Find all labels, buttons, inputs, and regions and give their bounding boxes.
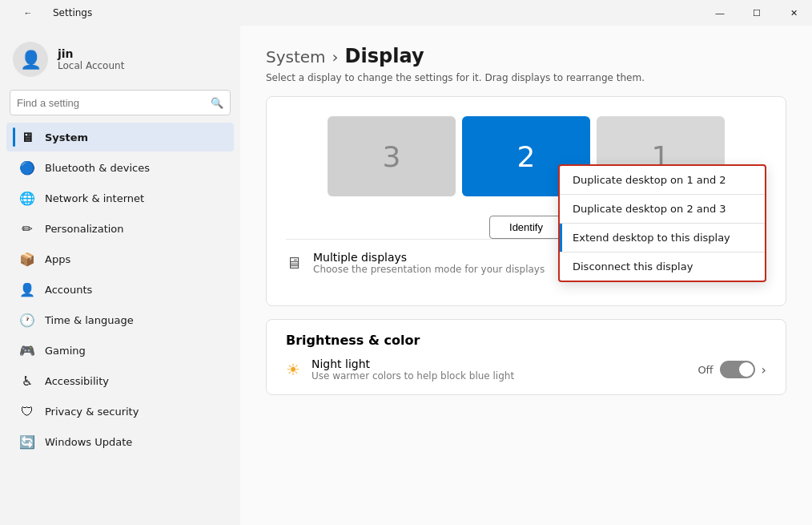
- dropdown-item-0[interactable]: Duplicate desktop on 1 and 2: [560, 166, 765, 194]
- brightness-section: Brightness & color ☀ Night light Use war…: [266, 319, 786, 395]
- dropdown-item-3[interactable]: Disconnect this display: [560, 252, 765, 281]
- user-section: 👤 jin Local Account: [0, 32, 240, 90]
- sidebar-item-label: Time & language: [45, 314, 134, 326]
- app-title: Settings: [53, 7, 92, 18]
- privacy-icon: 🛡: [19, 403, 35, 419]
- search-input[interactable]: [17, 97, 211, 109]
- monitor-2-label: 2: [517, 140, 536, 173]
- sidebar-item-network[interactable]: 🌐 Network & internet: [6, 184, 234, 212]
- monitor-3-label: 3: [383, 140, 401, 173]
- search-box[interactable]: 🔍: [10, 90, 231, 115]
- sidebar-item-privacy[interactable]: 🛡 Privacy & security: [6, 397, 234, 426]
- multiple-displays-text: Multiple displays Choose the presentatio…: [313, 251, 545, 275]
- sidebar-item-gaming[interactable]: 🎮 Gaming: [6, 336, 234, 365]
- night-light-row: ☀ Night light Use warmer colors to help …: [286, 357, 766, 382]
- display-dropdown: Duplicate desktop on 1 and 2 Duplicate d…: [558, 164, 766, 282]
- sidebar-item-personalization[interactable]: ✏️ Personalization: [6, 214, 234, 243]
- sidebar-item-time[interactable]: 🕐 Time & language: [6, 305, 234, 334]
- sidebar-item-label: Network & internet: [45, 192, 144, 204]
- display-area: 3 2 1 Duplicate desktop on 1 and 2 Dupli…: [266, 96, 786, 306]
- minimize-button[interactable]: —: [701, 0, 738, 26]
- dropdown-item-1[interactable]: Duplicate desktop on 2 and 3: [560, 195, 765, 223]
- user-info: jin Local Account: [58, 47, 124, 71]
- sidebar-item-accessibility[interactable]: ♿ Accessibility: [6, 366, 234, 395]
- accounts-icon: 👤: [19, 281, 35, 297]
- sidebar-item-label: Accessibility: [45, 375, 109, 387]
- night-light-title: Night light: [312, 357, 514, 370]
- window-controls: — ☐ ✕: [701, 0, 812, 26]
- system-icon: 🖥: [19, 129, 35, 145]
- night-light-status: Off: [697, 364, 713, 376]
- personalization-icon: ✏️: [19, 220, 35, 236]
- multiple-displays-left: 🖥 Multiple displays Choose the presentat…: [286, 251, 545, 275]
- dropdown-item-2[interactable]: Extend desktop to this display: [560, 224, 765, 252]
- back-button[interactable]: ←: [10, 0, 46, 26]
- network-icon: 🌐: [19, 190, 35, 206]
- night-light-left: ☀ Night light Use warmer colors to help …: [286, 357, 514, 382]
- sidebar-item-label: Apps: [45, 253, 70, 265]
- user-name: jin: [58, 47, 124, 60]
- sidebar-item-bluetooth[interactable]: 🔵 Bluetooth & devices: [6, 153, 234, 182]
- close-button[interactable]: ✕: [775, 0, 812, 26]
- update-icon: 🔄: [19, 434, 35, 450]
- page-title: Display: [345, 45, 424, 67]
- main-content: System › Display Select a display to cha…: [240, 26, 812, 525]
- page-subtitle: Select a display to change the settings …: [266, 72, 786, 83]
- night-light-text: Night light Use warmer colors to help bl…: [312, 357, 514, 382]
- avatar-icon: 👤: [20, 50, 42, 70]
- monitor-3[interactable]: 3: [328, 116, 456, 196]
- sidebar-item-label: Gaming: [45, 345, 86, 357]
- time-icon: 🕐: [19, 312, 35, 328]
- multiple-displays-icon: 🖥: [286, 253, 302, 273]
- app-body: 👤 jin Local Account 🔍 🖥 System 🔵 Bluetoo…: [0, 26, 812, 525]
- sidebar-item-label: System: [45, 131, 88, 143]
- sidebar-item-apps[interactable]: 📦 Apps: [6, 244, 234, 273]
- page-header: System › Display: [266, 45, 786, 67]
- monitors-row: 3 2 1 Duplicate desktop on 1 and 2 Dupli…: [286, 116, 766, 196]
- sidebar-item-accounts[interactable]: 👤 Accounts: [6, 275, 234, 304]
- night-light-right: Off ›: [697, 361, 766, 378]
- sidebar-item-system[interactable]: 🖥 System: [6, 123, 234, 151]
- sidebar-item-update[interactable]: 🔄 Windows Update: [6, 427, 234, 456]
- toggle-thumb: [739, 362, 754, 377]
- bluetooth-icon: 🔵: [19, 160, 35, 176]
- maximize-button[interactable]: ☐: [738, 0, 775, 26]
- identify-button[interactable]: Identify: [489, 216, 563, 239]
- multiple-displays-title: Multiple displays: [313, 251, 545, 264]
- breadcrumb-separator: ›: [332, 47, 339, 67]
- night-light-toggle[interactable]: [720, 361, 755, 378]
- accessibility-icon: ♿: [19, 373, 35, 389]
- sidebar-item-label: Personalization: [45, 223, 124, 235]
- gaming-icon: 🎮: [19, 342, 35, 358]
- multiple-displays-subtitle: Choose the presentation mode for your di…: [313, 264, 545, 275]
- user-type: Local Account: [58, 60, 124, 71]
- night-light-icon: ☀: [286, 360, 300, 379]
- sidebar-item-label: Privacy & security: [45, 406, 139, 418]
- sidebar-item-label: Accounts: [45, 284, 92, 296]
- breadcrumb-parent: System: [266, 47, 326, 67]
- titlebar-left: ← Settings: [10, 0, 92, 26]
- sidebar-item-label: Windows Update: [45, 436, 132, 448]
- brightness-title: Brightness & color: [286, 333, 766, 348]
- apps-icon: 📦: [19, 251, 35, 267]
- sidebar-item-label: Bluetooth & devices: [45, 162, 150, 174]
- night-light-subtitle: Use warmer colors to help block blue lig…: [312, 370, 514, 382]
- sidebar: 👤 jin Local Account 🔍 🖥 System 🔵 Bluetoo…: [0, 26, 240, 525]
- night-light-chevron[interactable]: ›: [762, 362, 766, 378]
- avatar: 👤: [13, 42, 48, 77]
- titlebar: ← Settings — ☐ ✕: [0, 0, 812, 26]
- search-icon: 🔍: [211, 97, 223, 109]
